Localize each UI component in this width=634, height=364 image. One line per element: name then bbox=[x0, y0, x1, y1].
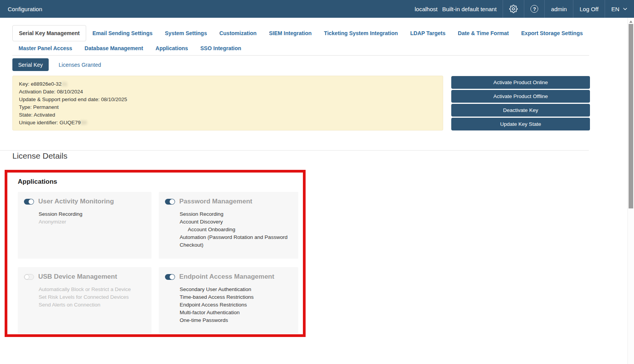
tenant-label: Built-in default tenant bbox=[440, 0, 503, 18]
toggle-knob bbox=[29, 199, 34, 204]
feature-item: Endpoint Access Restrictions bbox=[180, 301, 292, 309]
app-card-endpoint-access-management: Endpoint Access ManagementSecondary User… bbox=[159, 267, 298, 334]
key-action-buttons: Activate Product OnlineActivate Product … bbox=[451, 76, 590, 130]
vertical-scrollbar[interactable] bbox=[627, 18, 634, 364]
card-title: Endpoint Access Management bbox=[179, 273, 274, 281]
card-feature-list: Secondary User AuthenticationTime-based … bbox=[180, 286, 292, 324]
activate-product-online-button[interactable]: Activate Product Online bbox=[451, 76, 590, 89]
card-feature-list: Session RecordingAnonymizer bbox=[39, 210, 145, 226]
tabs-row-2: Master Panel AccessDatabase ManagementAp… bbox=[12, 41, 589, 55]
feature-item: Set Risk Levels for Connected Devices bbox=[39, 293, 145, 301]
feature-item: Secondary User Authentication bbox=[180, 286, 292, 293]
language-switcher[interactable]: EN bbox=[605, 0, 634, 18]
help-icon: ? bbox=[530, 5, 538, 13]
tab-customization[interactable]: Customization bbox=[213, 26, 263, 40]
card-feature-list: Session RecordingAccount DiscoveryAccoun… bbox=[180, 210, 292, 249]
configuration-tabs: Serial Key ManagementEmail Sending Setti… bbox=[12, 26, 589, 56]
tab-system-settings[interactable]: System Settings bbox=[159, 26, 213, 40]
card-feature-list: Automatically Block or Restrict a Device… bbox=[39, 286, 145, 309]
header-right-group: localhost Built-in default tenant ? admi… bbox=[408, 0, 634, 18]
key-info-line: Type: Permanent bbox=[19, 103, 437, 111]
tab-ldap-targets[interactable]: LDAP Targets bbox=[404, 26, 452, 40]
update-key-state-button[interactable]: Update Key State bbox=[451, 118, 590, 130]
feature-item: Session Recording bbox=[39, 210, 145, 218]
card-header: Password Management bbox=[165, 198, 292, 205]
card-title: Password Management bbox=[179, 198, 252, 205]
card-header: User Activity Monitoring bbox=[24, 198, 145, 205]
application-cards-grid: User Activity MonitoringSession Recordin… bbox=[18, 192, 303, 334]
toggle-user-activity-monitoring[interactable] bbox=[24, 199, 34, 205]
key-info-line: Activation Date: 08/10/2024 bbox=[19, 88, 437, 96]
activate-product-offline-button[interactable]: Activate Product Offline bbox=[451, 90, 590, 103]
log-off-button[interactable]: Log Off bbox=[573, 0, 605, 18]
tabs-row-1: Serial Key ManagementEmail Sending Setti… bbox=[12, 26, 589, 41]
user-menu[interactable]: admin bbox=[544, 0, 573, 18]
tab-database-management[interactable]: Database Management bbox=[78, 41, 150, 55]
scroll-up-icon[interactable] bbox=[629, 20, 632, 23]
feature-item: Multi-factor Authentication bbox=[180, 309, 292, 317]
feature-item: Automation (Password Rotation and Passwo… bbox=[180, 234, 292, 249]
feature-item: Account Onboarding bbox=[180, 226, 292, 234]
toggle-knob bbox=[24, 274, 29, 279]
deactivate-key-button[interactable]: Deactivate Key bbox=[451, 104, 590, 117]
host-label: localhost bbox=[408, 0, 440, 18]
redacted-text: 21 bbox=[61, 81, 67, 87]
toggle-usb-device-management[interactable] bbox=[24, 274, 34, 280]
feature-item: Account Discovery bbox=[180, 218, 292, 226]
toggle-knob bbox=[170, 274, 175, 279]
toggle-endpoint-access-management[interactable] bbox=[165, 274, 175, 280]
tab-ticketing-system-integration[interactable]: Ticketing System Integration bbox=[318, 26, 404, 40]
tab-date-time-format[interactable]: Date & Time Format bbox=[452, 26, 515, 40]
feature-item: One-time Passwords bbox=[180, 317, 292, 324]
serial-key-subtabs: Serial Key Licenses Granted bbox=[12, 58, 101, 71]
app-card-usb-device-management: USB Device ManagementAutomatically Block… bbox=[18, 267, 151, 334]
key-info-line: State: Activated bbox=[19, 111, 437, 119]
app-card-password-management: Password ManagementSession RecordingAcco… bbox=[159, 192, 298, 259]
gear-icon bbox=[509, 5, 518, 13]
licenses-granted-subtab[interactable]: Licenses Granted bbox=[59, 62, 101, 68]
feature-item: Automatically Block or Restrict a Device bbox=[39, 286, 145, 293]
app-header: Configuration localhost Built-in default… bbox=[0, 0, 634, 18]
language-label: EN bbox=[611, 6, 619, 12]
toggle-password-management[interactable] bbox=[165, 199, 175, 205]
scrollbar-thumb[interactable] bbox=[629, 24, 633, 208]
serial-key-info-box: Key: e88926e0-3221Activation Date: 08/10… bbox=[12, 76, 443, 130]
tab-export-storage-settings[interactable]: Export Storage Settings bbox=[515, 26, 589, 40]
app-card-user-activity-monitoring: User Activity MonitoringSession Recordin… bbox=[18, 192, 151, 259]
key-info-line: Update & Support period end date: 08/10/… bbox=[19, 96, 437, 103]
tab-siem-integration[interactable]: SIEM Integration bbox=[263, 26, 318, 40]
highlight-red-box: Applications User Activity MonitoringSes… bbox=[5, 170, 306, 337]
card-title: USB Device Management bbox=[38, 273, 117, 281]
license-details-heading: License Details bbox=[12, 151, 67, 161]
help-button[interactable]: ? bbox=[524, 0, 544, 18]
settings-button[interactable] bbox=[503, 0, 524, 18]
applications-heading: Applications bbox=[18, 178, 303, 186]
page-title: Configuration bbox=[0, 0, 42, 18]
tab-applications[interactable]: Applications bbox=[150, 41, 194, 55]
tab-serial-key-management[interactable]: Serial Key Management bbox=[12, 25, 86, 41]
card-header: USB Device Management bbox=[24, 273, 145, 281]
redacted-text: 5X bbox=[81, 120, 87, 125]
chevron-down-icon bbox=[619, 6, 628, 12]
feature-item: Session Recording bbox=[180, 210, 292, 218]
tab-email-sending-settings[interactable]: Email Sending Settings bbox=[86, 26, 159, 40]
key-info-line: Key: e88926e0-3221 bbox=[19, 80, 437, 88]
section-divider bbox=[0, 150, 589, 151]
feature-item: Time-based Access Restrictions bbox=[180, 293, 292, 301]
tab-sso-integration[interactable]: SSO Integration bbox=[194, 41, 248, 55]
tab-master-panel-access[interactable]: Master Panel Access bbox=[12, 41, 78, 55]
card-title: User Activity Monitoring bbox=[38, 198, 114, 205]
feature-item: Send Alerts on Connection bbox=[39, 301, 145, 309]
feature-item: Anonymizer bbox=[39, 218, 145, 226]
card-header: Endpoint Access Management bbox=[165, 273, 292, 281]
toggle-knob bbox=[170, 199, 175, 204]
key-info-line: Unique identifier: GUQE795X bbox=[19, 119, 437, 127]
serial-key-subtab[interactable]: Serial Key bbox=[12, 58, 49, 71]
